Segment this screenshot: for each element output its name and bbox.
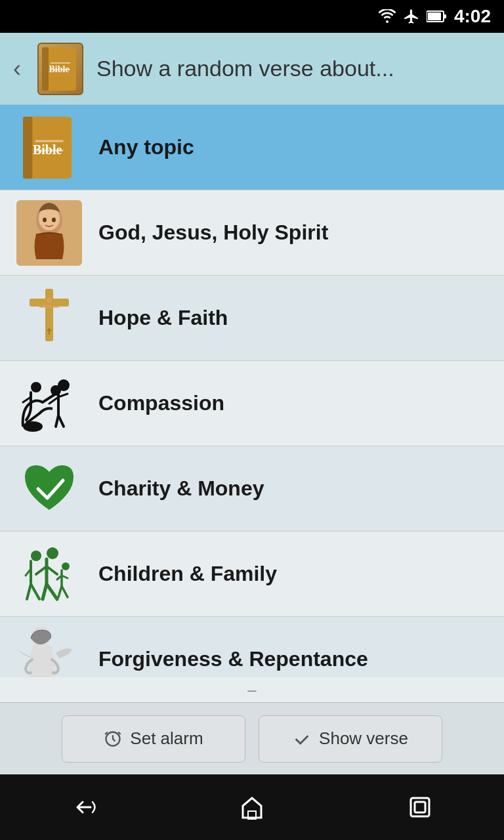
topic-label-god-jesus: God, Jesus, Holy Spirit [98, 220, 328, 245]
topic-icon-hope-faith: ✝ [13, 282, 85, 354]
status-icons [378, 8, 446, 25]
topic-icon-god-jesus [13, 197, 85, 269]
svg-point-26 [31, 382, 41, 392]
svg-rect-34 [411, 798, 429, 816]
topic-item-any-topic[interactable]: Bible Any topic [0, 105, 504, 190]
wifi-icon [378, 9, 396, 24]
nav-back-button[interactable] [58, 788, 110, 827]
svg-rect-2 [428, 12, 441, 20]
svg-rect-7 [51, 69, 70, 70]
show-verse-label: Show verse [319, 728, 408, 749]
set-alarm-label: Set alarm [130, 728, 203, 749]
nav-bar [0, 774, 504, 840]
topic-label-hope-faith: Hope & Faith [98, 306, 228, 330]
battery-icon [427, 9, 446, 24]
alarm-icon [104, 730, 122, 748]
topic-item-charity-money[interactable]: Charity & Money [0, 446, 504, 532]
svg-rect-1 [444, 14, 446, 18]
page-title: Show a random verse about... [96, 56, 394, 81]
topic-list: Bible Any topic God, Jesus, Holy Spirit [0, 105, 504, 677]
svg-point-16 [43, 217, 47, 222]
topic-icon-children-family [13, 538, 85, 610]
topic-item-forgiveness[interactable]: Forgiveness & Repentance [0, 617, 504, 677]
topic-icon-forgiveness [13, 623, 85, 678]
topic-label-forgiveness: Forgiveness & Repentance [98, 647, 368, 671]
svg-point-27 [58, 379, 70, 391]
nav-recent-button[interactable] [394, 788, 446, 827]
topic-icon-charity-money [13, 453, 85, 525]
topic-label-any-topic: Any topic [98, 135, 194, 159]
topic-item-god-jesus[interactable]: God, Jesus, Holy Spirit [0, 190, 504, 276]
airplane-icon [403, 8, 420, 25]
app-logo: Bible [37, 43, 83, 95]
svg-point-22 [47, 297, 52, 303]
home-nav-icon [238, 793, 266, 822]
topic-item-children-family[interactable]: Children & Family [0, 532, 504, 617]
topic-label-compassion: Compassion [98, 391, 224, 415]
bottom-buttons: Set alarm Show verse [0, 702, 504, 774]
clock: 4:02 [454, 6, 491, 27]
svg-point-17 [52, 217, 56, 222]
scroll-indicator: – [0, 677, 504, 702]
nav-home-button[interactable] [226, 788, 278, 827]
recent-nav-icon [406, 793, 434, 822]
app-header: ‹ Bible Show a random verse about... [0, 33, 504, 105]
show-verse-button[interactable]: Show verse [259, 715, 442, 763]
topic-label-children-family: Children & Family [98, 562, 277, 586]
set-alarm-button[interactable]: Set alarm [62, 715, 245, 763]
topic-icon-compassion [13, 368, 85, 440]
back-button[interactable]: ‹ [13, 55, 21, 83]
status-bar: 4:02 [0, 0, 504, 33]
svg-text:✝: ✝ [45, 326, 53, 337]
topic-label-charity-money: Charity & Money [98, 476, 264, 501]
svg-rect-11 [35, 140, 64, 142]
svg-point-24 [23, 421, 43, 432]
svg-rect-9 [23, 116, 32, 178]
bible-logo-icon: Bible [41, 46, 80, 92]
svg-rect-4 [42, 47, 49, 91]
topic-item-compassion[interactable]: Compassion [0, 361, 504, 446]
svg-rect-35 [415, 802, 425, 812]
checkmark-icon [293, 730, 311, 748]
svg-rect-12 [35, 149, 64, 151]
topic-icon-any-topic: Bible [13, 112, 85, 184]
svg-point-30 [62, 562, 70, 570]
back-nav-icon [68, 794, 100, 820]
svg-point-28 [47, 547, 58, 559]
svg-point-29 [31, 551, 41, 561]
svg-rect-6 [51, 62, 70, 64]
topic-item-hope-faith[interactable]: ✝ Hope & Faith [0, 276, 504, 361]
